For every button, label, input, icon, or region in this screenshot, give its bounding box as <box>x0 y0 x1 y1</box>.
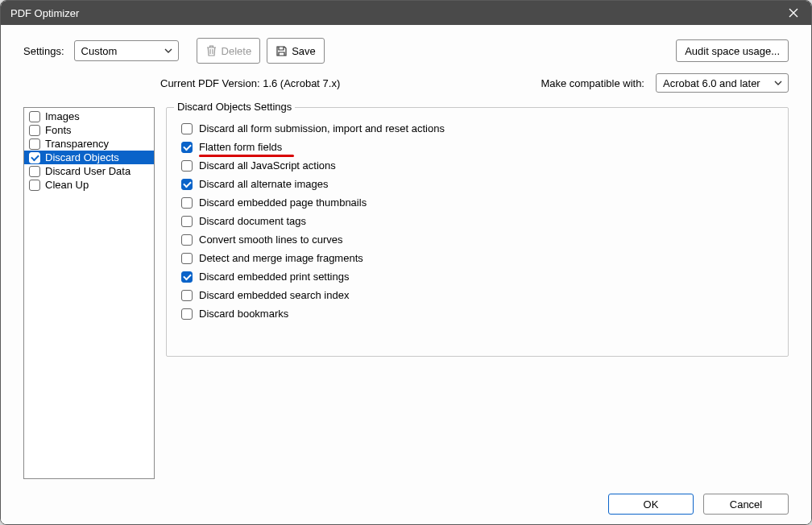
option-label: Discard all JavaScript actions <box>199 159 336 172</box>
settings-label: Settings: <box>23 45 64 57</box>
category-label: Images <box>45 110 80 122</box>
dialog-footer: OK Cancel <box>23 479 789 515</box>
option-flatten-form-fields[interactable]: Flatten form fields <box>181 138 773 156</box>
option-label: Convert smooth lines to curves <box>199 234 342 246</box>
panel-legend: Discard Objects Settings <box>174 101 295 113</box>
checkbox-icon[interactable] <box>181 142 193 153</box>
settings-preset-combo[interactable]: Custom <box>74 40 179 61</box>
close-icon[interactable] <box>784 3 803 23</box>
cancel-label: Cancel <box>730 498 762 511</box>
checkbox-icon[interactable] <box>181 253 193 264</box>
delete-label: Delete <box>222 45 252 57</box>
option-label: Discard embedded print settings <box>199 271 349 283</box>
option-label: Discard embedded search index <box>199 289 349 301</box>
checkbox-icon[interactable] <box>29 111 40 122</box>
checkbox-icon[interactable] <box>29 166 40 177</box>
checkbox-icon[interactable] <box>181 160 193 172</box>
option-label: Discard embedded page thumbnails <box>199 196 367 209</box>
save-label: Save <box>292 45 316 57</box>
option-discard-document-tags[interactable]: Discard document tags <box>181 212 773 230</box>
middle-area: ImagesFontsTransparencyDiscard ObjectsDi… <box>23 107 789 479</box>
option-label: Discard document tags <box>199 215 306 227</box>
category-label: Clean Up <box>45 179 89 191</box>
option-convert-smooth-lines-to-curves[interactable]: Convert smooth lines to curves <box>181 230 773 249</box>
category-list: ImagesFontsTransparencyDiscard ObjectsDi… <box>23 107 155 479</box>
category-label: Transparency <box>45 138 109 150</box>
pdf-optimizer-window: PDF Optimizer Settings: Custom Delete <box>0 0 812 525</box>
checkbox-icon[interactable] <box>29 152 40 163</box>
option-label: Detect and merge image fragments <box>199 252 363 264</box>
option-discard-bookmarks[interactable]: Discard bookmarks <box>181 304 773 323</box>
checkbox-icon[interactable] <box>181 308 193 320</box>
settings-preset-value: Custom <box>81 45 118 57</box>
settings-toolbar: Settings: Custom Delete <box>23 38 789 64</box>
checkbox-icon[interactable] <box>181 216 193 227</box>
option-label: Discard bookmarks <box>199 308 288 320</box>
category-item-discard-objects[interactable]: Discard Objects <box>24 151 154 164</box>
make-compatible-combo[interactable]: Acrobat 6.0 and later <box>656 73 789 93</box>
option-label: Discard all alternate images <box>199 178 328 190</box>
checkbox-icon[interactable] <box>181 234 193 246</box>
window-title: PDF Optimizer <box>10 7 79 19</box>
ok-label: OK <box>644 498 659 511</box>
category-item-discard-user-data[interactable]: Discard User Data <box>24 164 154 178</box>
option-discard-all-javascript-actions[interactable]: Discard all JavaScript actions <box>181 156 773 175</box>
version-row: Current PDF Version: 1.6 (Acrobat 7.x) M… <box>23 73 789 93</box>
chevron-down-icon <box>772 81 785 85</box>
option-discard-all-form-submission-import-and-reset-actions[interactable]: Discard all form submission, import and … <box>181 119 773 138</box>
option-discard-all-alternate-images[interactable]: Discard all alternate images <box>181 175 773 193</box>
category-label: Discard User Data <box>45 165 130 177</box>
option-label: Discard all form submission, import and … <box>199 122 445 134</box>
save-preset-button[interactable]: Save <box>267 38 325 64</box>
option-label: Flatten form fields <box>199 141 282 153</box>
ok-button[interactable]: OK <box>608 494 694 515</box>
save-icon <box>276 45 288 57</box>
checkbox-icon[interactable] <box>181 197 193 209</box>
audit-space-usage-button[interactable]: Audit space usage... <box>676 39 789 62</box>
category-item-transparency[interactable]: Transparency <box>24 137 154 151</box>
checkbox-icon[interactable] <box>181 271 193 283</box>
category-label: Discard Objects <box>45 151 119 163</box>
category-label: Fonts <box>45 124 72 136</box>
checkbox-icon[interactable] <box>181 123 193 134</box>
checkbox-icon[interactable] <box>181 290 193 301</box>
audit-label: Audit space usage... <box>685 45 780 57</box>
delete-preset-button[interactable]: Delete <box>197 38 261 64</box>
checkbox-icon[interactable] <box>29 138 40 150</box>
option-discard-embedded-print-settings[interactable]: Discard embedded print settings <box>181 267 773 286</box>
discard-objects-fieldset: Discard Objects Settings Discard all for… <box>166 107 789 357</box>
checkbox-icon[interactable] <box>29 125 40 136</box>
option-discard-embedded-page-thumbnails[interactable]: Discard embedded page thumbnails <box>181 193 773 212</box>
cancel-button[interactable]: Cancel <box>703 494 789 515</box>
make-compatible-value: Acrobat 6.0 and later <box>663 77 760 89</box>
checkbox-icon[interactable] <box>29 180 40 191</box>
category-item-fonts[interactable]: Fonts <box>24 123 154 137</box>
dialog-body: Settings: Custom Delete <box>1 25 811 524</box>
option-detect-and-merge-image-fragments[interactable]: Detect and merge image fragments <box>181 249 773 267</box>
titlebar: PDF Optimizer <box>1 1 811 25</box>
highlight-underline <box>199 155 294 157</box>
option-discard-embedded-search-index[interactable]: Discard embedded search index <box>181 286 773 304</box>
make-compatible-label: Make compatible with: <box>541 77 644 89</box>
chevron-down-icon <box>162 48 175 53</box>
category-item-clean-up[interactable]: Clean Up <box>24 178 154 192</box>
trash-icon <box>205 44 218 57</box>
category-item-images[interactable]: Images <box>24 110 154 123</box>
current-pdf-version-label: Current PDF Version: 1.6 (Acrobat 7.x) <box>160 77 340 89</box>
checkbox-icon[interactable] <box>181 179 193 190</box>
options-panel: Discard Objects Settings Discard all for… <box>166 107 789 479</box>
